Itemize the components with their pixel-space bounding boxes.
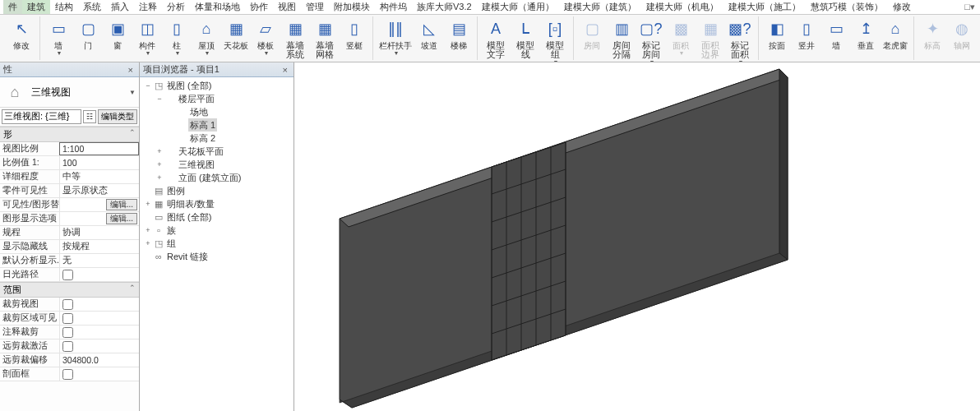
type-combo[interactable]: 三维视图: {三维} bbox=[2, 109, 81, 124]
level-button[interactable]: ✦标高 bbox=[918, 16, 947, 60]
property-row[interactable]: 详细程度中等 bbox=[0, 170, 139, 184]
menu-item-jm-arch[interactable]: 建模大师（建筑） bbox=[559, 0, 641, 14]
property-value[interactable]: 304800.0 bbox=[59, 353, 139, 367]
tree-label[interactable]: 明细表/数量 bbox=[165, 197, 216, 210]
plus-icon[interactable]: + bbox=[143, 237, 153, 250]
property-row[interactable]: 注释裁剪 bbox=[0, 326, 139, 339]
property-value[interactable]: 编辑... bbox=[59, 198, 139, 211]
properties-title-bar[interactable]: 性 × bbox=[0, 62, 139, 77]
property-row[interactable]: 图形显示选项编辑... bbox=[0, 212, 139, 226]
properties-header[interactable]: ⌂ 三维视图 ▼ bbox=[0, 77, 139, 107]
menu-item-hz[interactable]: 慧筑巧模（装饰） bbox=[806, 0, 888, 14]
property-value[interactable]: 协调 bbox=[59, 226, 139, 239]
tree-label[interactable]: 楼层平面 bbox=[177, 92, 216, 105]
tree-label[interactable]: 组 bbox=[165, 237, 178, 250]
model-group-button[interactable]: [▫]模型组▼ bbox=[540, 16, 570, 62]
viewport-3d[interactable] bbox=[294, 62, 980, 411]
ribbon-fold-icon[interactable]: □▾ bbox=[959, 2, 980, 12]
property-row[interactable]: 可见性/图形替换编辑... bbox=[0, 198, 139, 212]
plus-icon[interactable]: + bbox=[155, 145, 164, 158]
stair-button[interactable]: ▤楼梯 bbox=[444, 16, 474, 57]
property-checkbox[interactable] bbox=[62, 341, 73, 352]
menu-item-view[interactable]: 视图 bbox=[273, 0, 301, 14]
property-checkbox[interactable] bbox=[62, 369, 73, 380]
window-button[interactable]: ▣窗 bbox=[103, 16, 132, 60]
menu-item-systems[interactable]: 系统 bbox=[78, 0, 106, 14]
property-checkbox[interactable] bbox=[62, 270, 73, 280]
menu-item-massing[interactable]: 体量和场地 bbox=[190, 0, 245, 14]
plus-icon[interactable]: + bbox=[143, 197, 153, 210]
tree-label[interactable]: Revit 链接 bbox=[165, 250, 210, 263]
menu-item-structure[interactable]: 结构 bbox=[50, 0, 78, 14]
property-value[interactable]: 1:100 bbox=[59, 142, 139, 155]
property-value[interactable] bbox=[59, 367, 139, 381]
section-graphics[interactable]: 形⌃ bbox=[0, 127, 139, 142]
tree-label[interactable]: 视图 (全部) bbox=[165, 79, 213, 92]
property-row[interactable]: 视图比例1:100 bbox=[0, 142, 139, 156]
by-face-button[interactable]: ◧按面 bbox=[762, 16, 792, 51]
tag-room-button[interactable]: ▢?标记房间▼ bbox=[636, 16, 666, 62]
property-value[interactable] bbox=[59, 298, 139, 311]
property-row[interactable]: 显示隐藏线按规程 bbox=[0, 240, 139, 254]
tree-node[interactable]: +▦明细表/数量 bbox=[141, 197, 292, 210]
tree-label[interactable]: 图例 bbox=[165, 184, 187, 197]
tree-node[interactable]: +天花板平面 bbox=[141, 145, 292, 158]
edit-type-button[interactable]: 编辑类型 bbox=[98, 109, 137, 124]
property-value[interactable] bbox=[59, 326, 139, 339]
dormer-button[interactable]: ⌂老虎窗 bbox=[881, 16, 910, 51]
door-button[interactable]: ▢门 bbox=[73, 16, 103, 60]
property-value[interactable]: 100 bbox=[59, 156, 139, 169]
menu-item-collaborate[interactable]: 协作 bbox=[245, 0, 273, 14]
property-row[interactable]: 裁剪视图 bbox=[0, 298, 139, 312]
property-value[interactable]: 无 bbox=[59, 254, 139, 267]
menu-item-zuku[interactable]: 族库大师V3.2 bbox=[412, 0, 477, 14]
tree-node[interactable]: −◳视图 (全部) bbox=[141, 79, 292, 92]
property-checkbox[interactable] bbox=[62, 327, 73, 338]
tree-node[interactable]: ▤图例 bbox=[141, 184, 292, 197]
curtain-grid-button[interactable]: ▦幕墙网格 bbox=[310, 16, 340, 60]
area-button[interactable]: ▩面积▼ bbox=[666, 16, 696, 62]
tree-label[interactable]: 标高 2 bbox=[188, 132, 217, 145]
shaft-button[interactable]: ▯竖井 bbox=[792, 16, 821, 51]
menu-item-jm-general[interactable]: 建模大师（通用） bbox=[477, 0, 559, 14]
menu-item-manage[interactable]: 管理 bbox=[301, 0, 329, 14]
area-boundary-button[interactable]: ▦面积边界 bbox=[696, 16, 725, 62]
room-separator-button[interactable]: ▥房间分隔 bbox=[607, 16, 636, 62]
plus-icon[interactable]: + bbox=[143, 224, 153, 237]
mullion-button[interactable]: ▯竖梃 bbox=[340, 16, 369, 60]
property-row[interactable]: 规程协调 bbox=[0, 226, 139, 240]
curtain-system-button[interactable]: ▦幕墙系统 bbox=[280, 16, 310, 60]
property-row[interactable]: 剖面框 bbox=[0, 367, 139, 381]
menu-left-tab[interactable]: 件 bbox=[3, 0, 22, 14]
close-icon[interactable]: × bbox=[126, 65, 136, 75]
plus-icon[interactable]: + bbox=[155, 158, 164, 171]
component-button[interactable]: ◫构件▼ bbox=[132, 16, 162, 60]
model-line-button[interactable]: ᒪ模型线 bbox=[511, 16, 540, 62]
property-checkbox[interactable] bbox=[62, 299, 73, 310]
tree-node[interactable]: 场地 bbox=[141, 105, 292, 118]
property-row[interactable]: 远剪裁激活 bbox=[0, 339, 139, 353]
plus-icon[interactable]: + bbox=[155, 171, 164, 184]
property-edit-button[interactable]: 编辑... bbox=[106, 213, 137, 224]
section-extents[interactable]: 范围⌃ bbox=[0, 282, 139, 298]
tree-label[interactable]: 场地 bbox=[188, 105, 210, 118]
menu-item-annotate[interactable]: 注释 bbox=[134, 0, 162, 14]
property-value[interactable]: 按规程 bbox=[59, 240, 139, 253]
property-row[interactable]: 比例值 1:100 bbox=[0, 156, 139, 170]
tree-node[interactable]: +▫族 bbox=[141, 224, 292, 237]
type-mini-button[interactable]: ☷ bbox=[83, 110, 96, 123]
wall-button[interactable]: ▭墙▼ bbox=[44, 16, 73, 60]
property-value[interactable]: 编辑... bbox=[59, 212, 139, 225]
menu-item-goujianwu[interactable]: 构件坞 bbox=[375, 0, 412, 14]
ceiling-button[interactable]: ▦天花板 bbox=[221, 16, 251, 60]
menu-item-architecture[interactable]: 建筑 bbox=[22, 0, 50, 14]
railing-button[interactable]: ‖‖栏杆扶手▼ bbox=[377, 16, 414, 57]
tree-node[interactable]: −楼层平面 bbox=[141, 92, 292, 105]
menu-item-jm-const[interactable]: 建模大师（施工） bbox=[723, 0, 806, 14]
ref-plane-button[interactable]: ◫参照平面 bbox=[977, 16, 980, 60]
wall-opening-button[interactable]: ▭墙 bbox=[821, 16, 851, 51]
property-checkbox[interactable] bbox=[62, 313, 73, 324]
tree-node[interactable]: +立面 (建筑立面) bbox=[141, 171, 292, 184]
tree-node[interactable]: 标高 2 bbox=[141, 132, 292, 145]
tree-node[interactable]: ▭图纸 (全部) bbox=[141, 210, 292, 224]
